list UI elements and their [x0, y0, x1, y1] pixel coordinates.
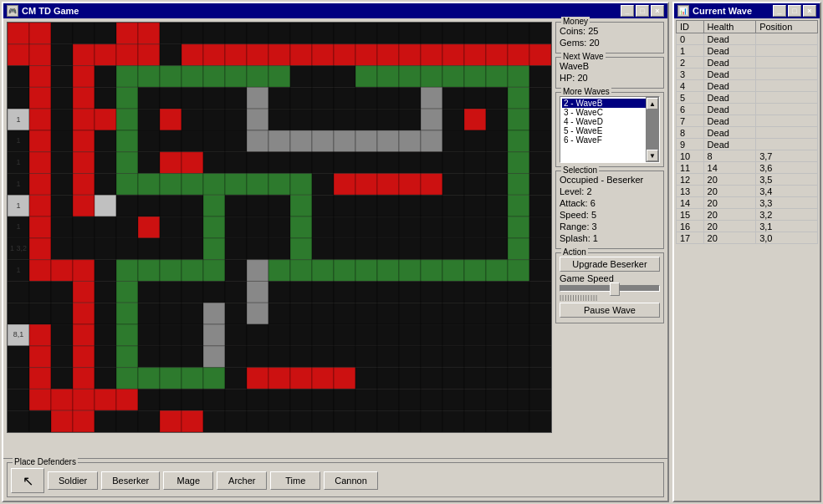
- more-waves-label: More Waves: [561, 87, 611, 96]
- col-position: Position: [756, 21, 818, 33]
- wave-cell-id: 9: [677, 139, 704, 150]
- wave-table: ID Health Position 0Dead1Dead2Dead3Dead4…: [676, 20, 818, 244]
- wave-row: 8Dead: [677, 127, 818, 139]
- game-speed-slider-container: |||||||||||||||: [560, 285, 660, 301]
- wave-table-body: 0Dead1Dead2Dead3Dead4Dead5Dead6Dead7Dead…: [677, 33, 818, 244]
- wave-cell-id: 0: [677, 33, 704, 45]
- wave-cell-health: 20: [703, 174, 756, 186]
- wave-cell-id: 14: [677, 197, 704, 209]
- wave-title-group: 📊 Current Wave: [677, 5, 752, 17]
- wave-cell-position: [756, 92, 818, 104]
- wave-list-item[interactable]: 3 - WaveC: [562, 108, 646, 117]
- wave-window-icon: 📊: [677, 5, 689, 17]
- wave-list-item[interactable]: 5 - WaveE: [562, 126, 646, 135]
- wave-cell-position: [756, 45, 818, 57]
- next-wave-label: Next Wave: [561, 52, 606, 61]
- wave-list-item[interactable]: 2 - WaveB: [562, 99, 646, 108]
- pause-button[interactable]: Pause Wave: [560, 303, 660, 318]
- wave-cell-position: [756, 104, 818, 115]
- bottom-bar: Place Defenders ↖ SoldierBeserkerMageArc…: [3, 458, 667, 501]
- wave-close-button[interactable]: ×: [803, 5, 816, 17]
- cursor-button[interactable]: ↖: [11, 468, 44, 493]
- wave-cell-position: 3,6: [756, 162, 818, 174]
- wave-cell-position: [756, 57, 818, 69]
- wave-cell-id: 17: [677, 232, 704, 244]
- wave-cell-health: 14: [703, 162, 756, 174]
- wave-cell-id: 15: [677, 209, 704, 221]
- selection-line: Speed: 5: [560, 210, 660, 220]
- wave-row: 13203,4: [677, 186, 818, 197]
- wave-hp: HP: 20: [560, 73, 660, 83]
- speed-slider-track[interactable]: [560, 285, 660, 292]
- wave-cell-id: 13: [677, 186, 704, 197]
- wave-row: 3Dead: [677, 69, 818, 80]
- wave-maximize-button[interactable]: □: [788, 5, 801, 17]
- wave-cell-health: Dead: [703, 139, 756, 150]
- wave-cell-position: [756, 127, 818, 139]
- wave-row: 5Dead: [677, 92, 818, 104]
- more-waves-panel: More Waves 2 - WaveB3 - WaveC4 - WaveD5 …: [555, 92, 664, 167]
- wave-cell-id: 16: [677, 221, 704, 232]
- place-defenders-label: Place Defenders: [13, 457, 78, 466]
- wave-row: 1083,7: [677, 150, 818, 162]
- wave-cell-health: 20: [703, 209, 756, 221]
- selection-line: Splash: 1: [560, 233, 660, 243]
- wave-row: 12203,5: [677, 174, 818, 186]
- wave-row: 7Dead: [677, 115, 818, 127]
- next-wave-panel: Next Wave WaveB HP: 20: [555, 57, 664, 89]
- wave-window-title: Current Wave: [693, 6, 752, 16]
- wave-name: WaveB: [560, 61, 660, 71]
- defender-btn-time[interactable]: Time: [270, 471, 320, 490]
- main-content-area: Money Coins: 25 Gems: 20 Next Wave WaveB…: [3, 18, 667, 458]
- defender-btn-mage[interactable]: Mage: [163, 471, 213, 490]
- wave-titlebar: 📊 Current Wave _ □ ×: [674, 3, 820, 18]
- wave-row: 16203,1: [677, 221, 818, 232]
- wave-cell-id: 12: [677, 174, 704, 186]
- money-label: Money: [561, 17, 590, 26]
- wave-cell-health: 20: [703, 221, 756, 232]
- defender-btn-archer[interactable]: Archer: [217, 471, 267, 490]
- selection-panel: Selection Occupied - BeserkerLevel: 2Att…: [555, 171, 664, 249]
- wave-list-item[interactable]: 4 - WaveD: [562, 117, 646, 126]
- wave-cell-id: 5: [677, 92, 704, 104]
- wave-row: 1Dead: [677, 45, 818, 57]
- game-grid[interactable]: [7, 22, 552, 455]
- wave-cell-health: Dead: [703, 92, 756, 104]
- selection-line: Range: 3: [560, 221, 660, 232]
- wave-cell-id: 11: [677, 162, 704, 174]
- wave-list-item[interactable]: 6 - WaveF: [562, 135, 646, 145]
- close-button[interactable]: ×: [651, 5, 664, 17]
- wave-cell-health: Dead: [703, 45, 756, 57]
- waves-listbox[interactable]: 2 - WaveB3 - WaveC4 - WaveD5 - WaveE6 - …: [560, 96, 660, 163]
- defender-btn-beserker[interactable]: Beserker: [101, 471, 160, 490]
- wave-titlebar-buttons: _ □ ×: [773, 5, 816, 17]
- gems-value: Gems: 20: [560, 38, 600, 48]
- wave-minimize-button[interactable]: _: [773, 5, 786, 17]
- wave-cell-id: 10: [677, 150, 704, 162]
- gems-row: Gems: 20: [560, 38, 660, 48]
- wave-cell-health: Dead: [703, 127, 756, 139]
- wave-row: 17203,0: [677, 232, 818, 244]
- selection-line: Occupied - Beserker: [560, 175, 660, 185]
- selection-info: Occupied - BeserkerLevel: 2Attack: 6Spee…: [560, 175, 660, 243]
- upgrade-button[interactable]: Upgrade Beserker: [560, 257, 660, 272]
- speed-slider-thumb[interactable]: [610, 283, 620, 296]
- selection-line: Level: 2: [560, 186, 660, 196]
- main-window: 🎮 CM TD Game _ □ × Money Coins: 25 Gems:…: [2, 2, 669, 502]
- wave-cell-health: Dead: [703, 104, 756, 115]
- defender-btn-cannon[interactable]: Cannon: [324, 471, 378, 490]
- wave-row: 11143,6: [677, 162, 818, 174]
- wave-cell-position: [756, 69, 818, 80]
- wave-cell-position: 3,7: [756, 150, 818, 162]
- selection-label: Selection: [561, 165, 599, 175]
- maximize-button[interactable]: □: [636, 5, 649, 17]
- wave-cell-health: 20: [703, 186, 756, 197]
- wave-row: 15203,2: [677, 209, 818, 221]
- wave-cell-health: Dead: [703, 69, 756, 80]
- wave-cell-health: 20: [703, 197, 756, 209]
- wave-row: 9Dead: [677, 139, 818, 150]
- minimize-button[interactable]: _: [621, 5, 634, 17]
- wave-cell-position: 3,0: [756, 232, 818, 244]
- wave-cell-position: 3,5: [756, 174, 818, 186]
- defender-btn-soldier[interactable]: Soldier: [48, 471, 98, 490]
